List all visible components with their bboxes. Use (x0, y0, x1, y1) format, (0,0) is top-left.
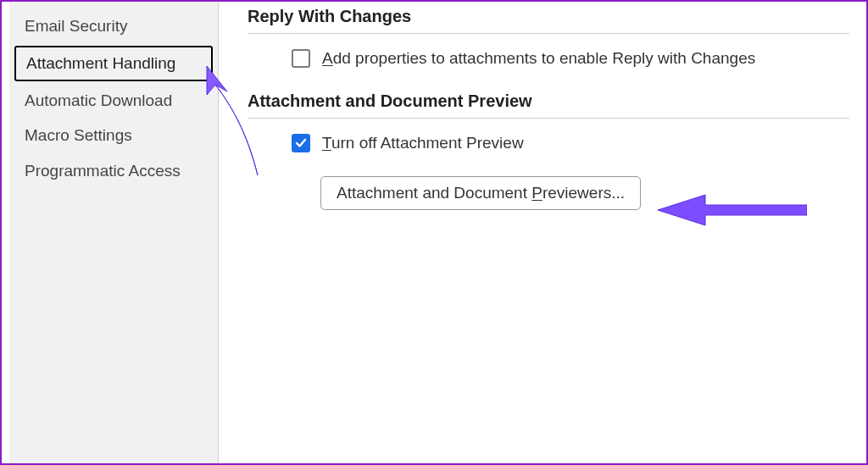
sidebar-item-email-security[interactable]: Email Security (9, 8, 218, 44)
option-label: Turn off Attachment Preview (322, 134, 524, 152)
sidebar-item-attachment-handling[interactable]: Attachment Handling (14, 46, 213, 81)
window-frame: Email Security Attachment Handling Autom… (0, 0, 868, 465)
layout: Email Security Attachment Handling Autom… (9, 2, 866, 463)
section-title-attachment-preview: Attachment and Document Preview (248, 91, 849, 111)
sidebar-item-label: Programmatic Access (25, 162, 181, 180)
sidebar-item-programmatic-access[interactable]: Programmatic Access (9, 153, 218, 189)
option-label: Add properties to attachments to enable … (322, 49, 755, 68)
sidebar-item-label: Attachment Handling (26, 54, 175, 72)
previewers-button[interactable]: Attachment and Document Previewers... (320, 176, 641, 210)
option-turn-off-preview[interactable]: Turn off Attachment Preview (248, 134, 849, 152)
divider (248, 118, 849, 119)
checkbox-turn-off-preview[interactable] (292, 134, 310, 152)
content-pane: Reply With Changes Add properties to att… (219, 2, 866, 463)
sidebar-item-label: Macro Settings (25, 126, 132, 144)
sidebar-item-automatic-download[interactable]: Automatic Download (9, 83, 218, 119)
divider (248, 33, 849, 34)
option-add-properties[interactable]: Add properties to attachments to enable … (248, 49, 849, 68)
sidebar-item-macro-settings[interactable]: Macro Settings (9, 118, 218, 153)
sidebar-item-label: Email Security (25, 17, 127, 35)
checkbox-add-properties[interactable] (292, 49, 310, 68)
sidebar-item-label: Automatic Download (25, 91, 172, 109)
section-title-reply-with-changes: Reply With Changes (248, 7, 849, 26)
trust-center-sidebar: Email Security Attachment Handling Autom… (9, 2, 219, 463)
